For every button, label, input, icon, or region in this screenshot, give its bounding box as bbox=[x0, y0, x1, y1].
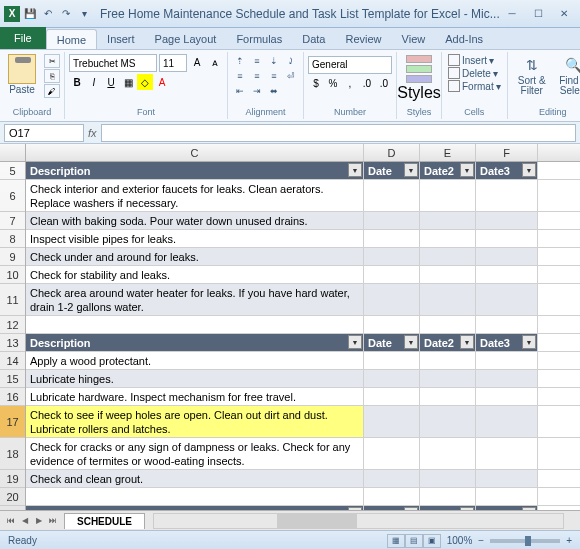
formulas-tab[interactable]: Formulas bbox=[226, 29, 292, 49]
page-layout-view-icon[interactable]: ▤ bbox=[405, 534, 423, 548]
cell[interactable] bbox=[420, 488, 476, 505]
percent-icon[interactable]: % bbox=[325, 76, 341, 92]
align-center-icon[interactable]: ≡ bbox=[249, 69, 265, 83]
last-sheet-icon[interactable]: ⏭ bbox=[46, 514, 60, 528]
filter-dropdown-icon[interactable]: ▼ bbox=[460, 335, 474, 349]
filter-dropdown-icon[interactable]: ▼ bbox=[460, 163, 474, 177]
first-sheet-icon[interactable]: ⏮ bbox=[4, 514, 18, 528]
align-middle-icon[interactable]: ≡ bbox=[249, 54, 265, 68]
grow-font-icon[interactable]: A bbox=[189, 54, 205, 70]
file-tab[interactable]: File bbox=[0, 27, 46, 49]
header-cell[interactable]: Date2▼ bbox=[420, 162, 476, 179]
header-cell[interactable]: Date▼ bbox=[364, 506, 420, 510]
cell[interactable] bbox=[420, 230, 476, 247]
name-box[interactable] bbox=[4, 124, 84, 142]
currency-icon[interactable]: $ bbox=[308, 76, 324, 92]
cell[interactable]: Check under and around for leaks. bbox=[26, 248, 364, 265]
cell[interactable] bbox=[476, 352, 538, 369]
cell[interactable] bbox=[364, 438, 420, 469]
minimize-button[interactable]: ─ bbox=[500, 5, 524, 23]
italic-button[interactable]: I bbox=[86, 74, 102, 90]
cell[interactable] bbox=[476, 488, 538, 505]
cell[interactable] bbox=[364, 370, 420, 387]
header-cell[interactable]: Date2▼ bbox=[420, 334, 476, 351]
formula-bar[interactable] bbox=[101, 124, 576, 142]
cell[interactable] bbox=[476, 406, 538, 437]
zoom-slider[interactable] bbox=[490, 539, 560, 543]
header-cell[interactable]: Date3▼ bbox=[476, 506, 538, 510]
header-cell[interactable]: Date3▼ bbox=[476, 162, 538, 179]
row-header[interactable]: 12 bbox=[0, 316, 25, 334]
row-header[interactable]: 10 bbox=[0, 266, 25, 284]
next-sheet-icon[interactable]: ▶ bbox=[32, 514, 46, 528]
cell[interactable] bbox=[364, 406, 420, 437]
find-select-button[interactable]: 🔍 Find & Select bbox=[554, 54, 580, 106]
filter-dropdown-icon[interactable]: ▼ bbox=[404, 335, 418, 349]
cell[interactable] bbox=[364, 488, 420, 505]
increase-indent-icon[interactable]: ⇥ bbox=[249, 84, 265, 98]
cell[interactable] bbox=[476, 212, 538, 229]
filter-dropdown-icon[interactable]: ▼ bbox=[522, 163, 536, 177]
header-cell[interactable]: Description▼ bbox=[26, 334, 364, 351]
filter-dropdown-icon[interactable]: ▼ bbox=[348, 163, 362, 177]
cut-icon[interactable]: ✂ bbox=[44, 54, 60, 68]
col-header-d[interactable]: D bbox=[364, 144, 420, 161]
cell[interactable]: Check for cracks or any sign of dampness… bbox=[26, 438, 364, 469]
row-header[interactable]: 9 bbox=[0, 248, 25, 266]
cell[interactable] bbox=[420, 438, 476, 469]
font-size-input[interactable] bbox=[159, 54, 187, 72]
data-tab[interactable]: Data bbox=[292, 29, 335, 49]
cell[interactable] bbox=[420, 212, 476, 229]
page-layout-tab[interactable]: Page Layout bbox=[145, 29, 227, 49]
align-right-icon[interactable]: ≡ bbox=[266, 69, 282, 83]
header-cell[interactable]: Description▼ bbox=[26, 162, 364, 179]
row-header[interactable]: 14 bbox=[0, 352, 25, 370]
view-tab[interactable]: View bbox=[392, 29, 436, 49]
comma-icon[interactable]: , bbox=[342, 76, 358, 92]
redo-icon[interactable]: ↷ bbox=[58, 6, 74, 22]
col-header-f[interactable]: F bbox=[476, 144, 538, 161]
filter-dropdown-icon[interactable]: ▼ bbox=[404, 163, 418, 177]
cell[interactable] bbox=[364, 316, 420, 333]
horizontal-scrollbar[interactable] bbox=[153, 513, 564, 529]
header-cell[interactable]: Date▼ bbox=[364, 162, 420, 179]
cell[interactable]: Check and clean grout. bbox=[26, 470, 364, 487]
align-top-icon[interactable]: ⇡ bbox=[232, 54, 248, 68]
save-icon[interactable]: 💾 bbox=[22, 6, 38, 22]
cell[interactable] bbox=[26, 316, 364, 333]
prev-sheet-icon[interactable]: ◀ bbox=[18, 514, 32, 528]
fill-color-icon[interactable]: ◇ bbox=[137, 74, 153, 90]
decrease-decimal-icon[interactable]: .0 bbox=[376, 76, 392, 92]
cell[interactable] bbox=[476, 284, 538, 315]
format-painter-icon[interactable]: 🖌 bbox=[44, 84, 60, 98]
header-cell[interactable]: Date3▼ bbox=[476, 334, 538, 351]
filter-dropdown-icon[interactable]: ▼ bbox=[348, 507, 362, 510]
maximize-button[interactable]: ☐ bbox=[526, 5, 550, 23]
cell[interactable] bbox=[26, 488, 364, 505]
header-cell[interactable]: Description▼ bbox=[26, 506, 364, 510]
review-tab[interactable]: Review bbox=[335, 29, 391, 49]
row-header[interactable]: 11 bbox=[0, 284, 25, 316]
decrease-indent-icon[interactable]: ⇤ bbox=[232, 84, 248, 98]
row-header[interactable]: 8 bbox=[0, 230, 25, 248]
increase-decimal-icon[interactable]: .0 bbox=[359, 76, 375, 92]
styles-button[interactable]: Styles bbox=[401, 54, 437, 102]
merge-icon[interactable]: ⬌ bbox=[266, 84, 282, 98]
filter-dropdown-icon[interactable]: ▼ bbox=[460, 507, 474, 510]
cell[interactable] bbox=[364, 352, 420, 369]
row-header[interactable]: 21 bbox=[0, 506, 25, 510]
cell[interactable] bbox=[476, 266, 538, 283]
cell[interactable] bbox=[420, 180, 476, 211]
row-header[interactable]: 15 bbox=[0, 370, 25, 388]
zoom-level[interactable]: 100% bbox=[447, 535, 473, 546]
cell[interactable] bbox=[364, 248, 420, 265]
cell[interactable] bbox=[476, 248, 538, 265]
addins-tab[interactable]: Add-Ins bbox=[435, 29, 493, 49]
undo-icon[interactable]: ↶ bbox=[40, 6, 56, 22]
cell[interactable] bbox=[420, 370, 476, 387]
wrap-text-icon[interactable]: ⏎ bbox=[283, 69, 299, 83]
header-cell[interactable]: Date▼ bbox=[364, 334, 420, 351]
cell[interactable] bbox=[420, 284, 476, 315]
filter-dropdown-icon[interactable]: ▼ bbox=[348, 335, 362, 349]
fx-label[interactable]: fx bbox=[88, 127, 97, 139]
